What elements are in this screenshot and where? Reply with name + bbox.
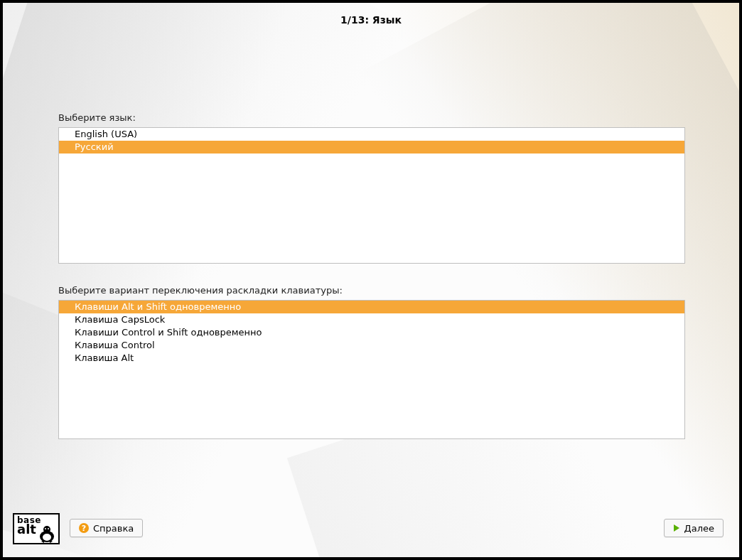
layout-option-ctrl-shift[interactable]: Клавиши Control и Shift одновременно bbox=[59, 326, 684, 339]
svg-point-4 bbox=[48, 528, 49, 529]
svg-point-1 bbox=[43, 534, 51, 541]
basealt-logo: base alt bbox=[13, 513, 60, 544]
language-listbox[interactable]: English (USA) Русский bbox=[58, 127, 685, 264]
penguin-icon bbox=[37, 524, 57, 543]
svg-point-3 bbox=[45, 528, 46, 529]
help-icon: ? bbox=[79, 523, 89, 533]
logo-text-alt: alt bbox=[17, 523, 36, 536]
layout-switch-label: Выберите вариант переключения раскладки … bbox=[58, 285, 685, 296]
layout-option-alt[interactable]: Клавиша Alt bbox=[59, 352, 684, 365]
language-label: Выберите язык: bbox=[58, 112, 685, 123]
page-title: 1/13: Язык bbox=[3, 14, 739, 26]
main-content: Выберите язык: English (USA) Русский Выб… bbox=[58, 112, 685, 439]
layout-option-alt-shift[interactable]: Клавиши Alt и Shift одновременно bbox=[59, 301, 684, 313]
layout-option-capslock[interactable]: Клавиша CapsLock bbox=[59, 313, 684, 326]
layout-option-control[interactable]: Клавиша Control bbox=[59, 339, 684, 352]
installer-window: 1/13: Язык Выберите язык: English (USA) … bbox=[3, 3, 739, 557]
svg-point-2 bbox=[43, 526, 50, 533]
footer: base alt ? Справка Далее bbox=[3, 510, 739, 544]
language-option-english[interactable]: English (USA) bbox=[59, 128, 684, 141]
next-button-label: Далее bbox=[684, 523, 714, 534]
help-button-label: Справка bbox=[93, 523, 134, 534]
arrow-right-icon bbox=[673, 524, 680, 532]
layout-switch-listbox[interactable]: Клавиши Alt и Shift одновременно Клавиша… bbox=[58, 300, 685, 439]
language-option-russian[interactable]: Русский bbox=[59, 141, 684, 154]
help-button[interactable]: ? Справка bbox=[70, 519, 143, 537]
next-button[interactable]: Далее bbox=[664, 519, 724, 537]
